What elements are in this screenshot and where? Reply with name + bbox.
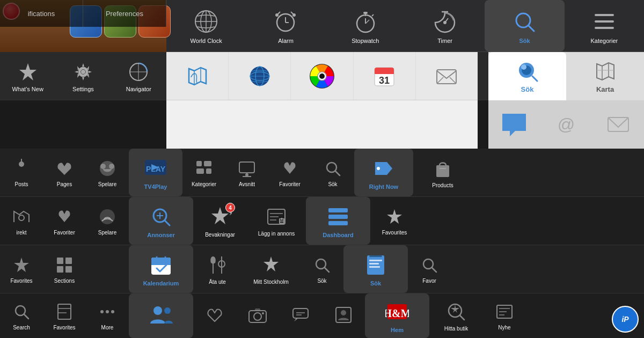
svg-line-12 (372, 14, 374, 16)
svg-text:H&M: H&M (385, 307, 409, 319)
globe-popup-cell[interactable] (229, 52, 291, 100)
camera-row7-cell[interactable] (236, 293, 279, 338)
svg-line-92 (165, 221, 170, 225)
spelare-row4-cell[interactable]: Spelare (86, 149, 129, 196)
svg-marker-105 (14, 258, 29, 272)
ata-ute-cell[interactable]: Äta ute (193, 245, 241, 293)
svg-rect-50 (608, 117, 628, 131)
settings-cell[interactable]: Settings (55, 52, 111, 100)
upptack-cell[interactable]: Sök (343, 245, 408, 293)
stopwatch-cell[interactable]: Stopwatch (326, 0, 405, 52)
map-popup-cell[interactable] (166, 52, 229, 100)
popup-overlay: 31 (166, 52, 478, 149)
direkt-cell[interactable]: irekt (0, 197, 43, 245)
posts-icon (12, 159, 31, 178)
favourites-row5-cell[interactable]: Favourites (370, 197, 419, 245)
people-icon (149, 303, 173, 327)
kategorier-row1-cell[interactable]: Kategorier (565, 0, 644, 52)
nyhe-icon (495, 302, 514, 321)
favorites-row7-cell[interactable]: Favorites (43, 293, 86, 338)
letter-popup-cell[interactable] (416, 52, 478, 100)
svg-line-85 (335, 171, 340, 175)
contacts-row7-cell[interactable] (322, 293, 365, 338)
preferences-button[interactable]: Preferences (83, 0, 166, 27)
svg-rect-101 (328, 208, 348, 212)
bevakningar-icon: 4 (208, 205, 232, 229)
alarm-cell[interactable]: Alarm (246, 0, 325, 52)
svg-point-146 (341, 310, 346, 315)
posts-cell[interactable]: Posts (0, 149, 43, 196)
timer-cell[interactable]: Timer (405, 0, 485, 52)
favorites-row6-cell[interactable]: Favorites (0, 245, 43, 293)
email-icon-area: @ (540, 100, 592, 149)
sok-row4-cell[interactable]: Sök (311, 149, 354, 196)
favoriter-row4-cell[interactable]: Favoriter (268, 149, 311, 196)
nyhe-cell[interactable]: Nyhe (483, 293, 526, 338)
letter-icon-area (592, 100, 644, 149)
hitta-butik-cell[interactable]: Hitta butik (429, 293, 483, 338)
svg-rect-103 (328, 221, 348, 225)
notifications-button[interactable]: ifications (0, 0, 83, 27)
heart-row7-icon (205, 305, 224, 325)
svg-text:31: 31 (379, 75, 390, 86)
sok-row6-cell[interactable]: Sök (301, 245, 343, 293)
sok-row6b-cell[interactable]: Favor (408, 245, 451, 293)
svg-point-136 (153, 306, 162, 315)
hem-cell[interactable]: H&M Hem (365, 293, 429, 338)
annonser-row: irekt Favoriter Spelare (0, 197, 644, 245)
sok-icon (511, 9, 537, 34)
pages-cell[interactable]: Pages (43, 149, 86, 196)
whats-new-cell[interactable]: What's New (0, 52, 55, 100)
svg-line-14 (365, 20, 369, 24)
svg-rect-79 (206, 168, 211, 174)
people-cell[interactable] (129, 293, 193, 338)
sections-cell[interactable]: Sections (43, 245, 86, 293)
bevakningar-cell[interactable]: 4 Bevakningar (193, 197, 247, 245)
svg-text:@: @ (558, 115, 575, 134)
svg-rect-102 (328, 215, 348, 219)
navigator-cell[interactable]: Navigator (111, 52, 166, 100)
sections-icon (55, 255, 74, 275)
products-cell[interactable]: Products (413, 149, 472, 196)
sok-cell[interactable]: Sök (485, 0, 564, 52)
kategorier-row1-icon (591, 9, 617, 34)
sok-tab[interactable]: Sök (488, 52, 566, 100)
mitt-stockholm-cell[interactable]: Mitt Stockholm (241, 245, 301, 293)
favoriter-row5-cell[interactable]: Favoriter (43, 197, 86, 245)
svg-rect-77 (204, 161, 211, 166)
ip-logo[interactable]: iP (612, 306, 639, 333)
kategorier-row4-cell[interactable]: Kategorier (182, 149, 225, 196)
world-clock-cell[interactable]: World Clock (166, 0, 246, 52)
right-now-cell[interactable]: Right Now (354, 149, 413, 196)
spelare-row5-cell[interactable]: Spelare (86, 197, 129, 245)
heart-row7-cell[interactable] (193, 293, 236, 338)
color-wheel-cell[interactable] (291, 52, 353, 100)
svg-rect-130 (58, 304, 71, 319)
products-icon (432, 158, 453, 179)
avsnitt-cell[interactable]: Avsnitt (225, 149, 268, 196)
svg-rect-141 (293, 308, 308, 318)
svg-rect-80 (239, 162, 254, 173)
dashboard-icon (326, 205, 350, 229)
karta-tab[interactable]: Karta (566, 52, 644, 100)
svg-rect-78 (196, 168, 204, 174)
calendar-popup-cell[interactable]: 31 (354, 52, 416, 100)
bottom-row: Search Favorites More (0, 293, 644, 338)
svg-line-19 (529, 26, 534, 31)
tv4play-cell[interactable]: PLAY TV4Play (129, 149, 182, 196)
svg-point-134 (106, 310, 109, 313)
lagg-in-annons-cell[interactable]: Lägg in annons (247, 197, 306, 245)
kalendarium-cell[interactable]: Kalendarium (129, 245, 193, 293)
svg-rect-65 (437, 70, 456, 84)
svg-rect-63 (375, 72, 394, 74)
more-row7-cell[interactable]: More (86, 293, 129, 338)
annonser-cell[interactable]: Annonser (129, 197, 193, 245)
direkt-icon (12, 207, 31, 226)
search-row7-cell[interactable]: Search (0, 293, 43, 338)
chat-row7-cell[interactable] (279, 293, 322, 338)
chat-row7-icon (291, 305, 310, 325)
dashboard-cell[interactable]: Dashboard (306, 197, 370, 245)
sok-karta-tabs: Sök Karta (488, 52, 644, 100)
favoriter-row4-icon (280, 159, 299, 178)
world-clock-icon (193, 9, 219, 34)
